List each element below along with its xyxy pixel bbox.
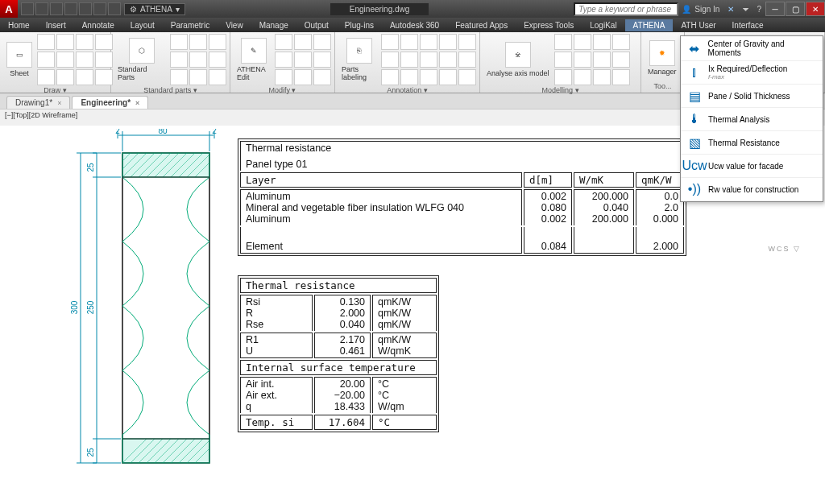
help-dropdown[interactable]: ⏷	[739, 5, 753, 14]
tab-parametric[interactable]: Parametric	[163, 19, 218, 31]
standard-parts-button[interactable]: ⬡ Standard Parts	[114, 36, 168, 83]
ribbon-btn[interactable]	[439, 69, 457, 85]
qat-saveas[interactable]	[64, 2, 77, 15]
tab-manage[interactable]: Manage	[251, 19, 296, 31]
ribbon-btn[interactable]	[189, 34, 207, 50]
ribbon-btn[interactable]	[56, 69, 74, 85]
ribbon-btn[interactable]	[400, 34, 418, 50]
ribbon-btn[interactable]	[275, 52, 292, 68]
doctab[interactable]: Drawing1*×	[6, 96, 70, 109]
tab-ath-user[interactable]: ATH User	[673, 19, 723, 31]
ribbon-btn[interactable]	[209, 52, 226, 68]
ribbon-btn[interactable]	[170, 69, 188, 85]
tab-interface[interactable]: Interface	[724, 19, 772, 31]
flyout-item[interactable]: ▧Thermal Resistance	[681, 131, 823, 155]
ribbon-btn[interactable]	[95, 52, 113, 68]
ribbon-btn[interactable]	[593, 34, 611, 50]
ribbon-btn[interactable]	[170, 52, 188, 68]
ribbon-btn[interactable]	[313, 52, 331, 68]
analyse-axis-button[interactable]: ※ Analyse axis model	[483, 40, 553, 79]
tab-output[interactable]: Output	[296, 19, 337, 31]
flyout-item[interactable]: ⬌Center of Gravity and Moments	[681, 36, 823, 61]
ribbon-btn[interactable]	[294, 34, 312, 50]
panel-title-annotation[interactable]: Annotation ▾	[338, 85, 476, 95]
tab-logikal[interactable]: LogiKal	[582, 19, 624, 31]
ribbon-btn[interactable]	[420, 52, 437, 68]
close-icon[interactable]: ×	[135, 99, 139, 107]
tab-layout[interactable]: Layout	[122, 19, 163, 31]
tab-autodesk-360[interactable]: Autodesk 360	[382, 19, 447, 31]
ribbon-btn[interactable]	[439, 34, 457, 50]
panel-title-tools[interactable]: Too...	[645, 81, 681, 91]
athena-edit-button[interactable]: ✎ ATHENA Edit	[234, 36, 273, 83]
ribbon-btn[interactable]	[170, 34, 188, 50]
ribbon-btn[interactable]	[294, 52, 312, 68]
ribbon-btn[interactable]	[381, 69, 399, 85]
qat-new[interactable]	[21, 2, 34, 15]
ribbon-btn[interactable]	[612, 69, 630, 85]
panel-title-draw[interactable]: Draw ▾	[3, 85, 107, 95]
ribbon-btn[interactable]	[381, 34, 399, 50]
ribbon-btn[interactable]	[95, 69, 113, 85]
panel-title-parts[interactable]: Standard parts ▾	[114, 85, 226, 95]
panel-title-modelling[interactable]: Modelling ▾	[483, 85, 637, 95]
ribbon-btn[interactable]	[420, 34, 437, 50]
ribbon-btn[interactable]	[95, 34, 113, 50]
flyout-item[interactable]: •))Rw value for construction	[681, 178, 823, 201]
tab-express-tools[interactable]: Express Tools	[516, 19, 582, 31]
ribbon-btn[interactable]	[593, 69, 611, 85]
ribbon-btn[interactable]	[189, 69, 207, 85]
ribbon-btn[interactable]	[37, 69, 55, 85]
ribbon-btn[interactable]	[209, 69, 226, 85]
sign-in-button[interactable]: 👤 Sign In	[678, 5, 723, 14]
ribbon-btn[interactable]	[56, 34, 74, 50]
flyout-item[interactable]: ▤Pane / Solid Thickness	[681, 85, 823, 108]
ribbon-btn[interactable]	[420, 69, 437, 85]
ribbon-btn[interactable]	[574, 69, 591, 85]
close-icon[interactable]: ×	[57, 99, 61, 107]
manager-button[interactable]: ✹ Manager	[645, 39, 680, 77]
maximize-button[interactable]: ▢	[786, 2, 805, 16]
workspace-dropdown[interactable]: ⚙ ATHENA ▾	[124, 3, 185, 15]
ribbon-btn[interactable]	[458, 34, 476, 50]
flyout-item[interactable]: ⫿Ix Required/Deflectionf-max	[681, 61, 823, 85]
ribbon-btn[interactable]	[554, 34, 572, 50]
ribbon-btn[interactable]	[294, 69, 312, 85]
ribbon-btn[interactable]	[574, 52, 591, 68]
close-button[interactable]: ✕	[806, 2, 825, 16]
ribbon-btn[interactable]	[313, 69, 331, 85]
parts-labeling-button[interactable]: ⎘ Parts labeling	[338, 36, 379, 83]
qat-redo[interactable]	[108, 2, 121, 15]
ribbon-btn[interactable]	[400, 52, 418, 68]
ribbon-btn[interactable]	[458, 69, 476, 85]
ribbon-btn[interactable]	[37, 34, 55, 50]
sheet-button[interactable]: ▭ Sheet	[3, 40, 35, 79]
tab-athena[interactable]: ATHENA	[625, 19, 674, 31]
exchange-icon[interactable]: ✕	[723, 5, 739, 14]
minimize-button[interactable]: ─	[765, 2, 785, 16]
ribbon-btn[interactable]	[76, 34, 93, 50]
qat-open[interactable]	[35, 2, 48, 15]
flyout-item[interactable]: UcwUcw value for facade	[681, 155, 823, 178]
ribbon-btn[interactable]	[76, 69, 93, 85]
app-menu-button[interactable]: A	[0, 0, 18, 18]
ribbon-btn[interactable]	[209, 34, 226, 50]
ribbon-btn[interactable]	[400, 69, 418, 85]
tab-home[interactable]: Home	[0, 19, 38, 31]
doctab[interactable]: Engineering*×	[72, 96, 148, 109]
help-icon[interactable]: ?	[753, 5, 765, 14]
ribbon-btn[interactable]	[381, 52, 399, 68]
qat-undo[interactable]	[93, 2, 106, 15]
ribbon-btn[interactable]	[612, 34, 630, 50]
tab-annotate[interactable]: Annotate	[74, 19, 122, 31]
qat-print[interactable]	[79, 2, 92, 15]
tab-insert[interactable]: Insert	[38, 19, 74, 31]
ribbon-btn[interactable]	[275, 34, 292, 50]
ribbon-btn[interactable]	[574, 34, 591, 50]
tab-plug-ins[interactable]: Plug-ins	[337, 19, 382, 31]
search-input[interactable]	[574, 2, 678, 16]
ribbon-btn[interactable]	[458, 52, 476, 68]
ribbon-btn[interactable]	[37, 52, 55, 68]
ribbon-btn[interactable]	[313, 34, 331, 50]
ribbon-btn[interactable]	[189, 52, 207, 68]
